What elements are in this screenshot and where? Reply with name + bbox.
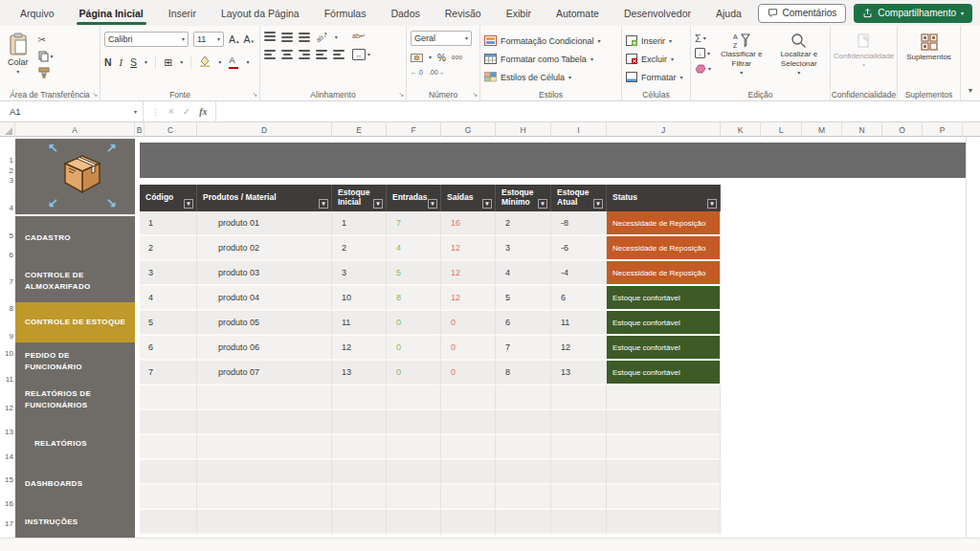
- column-header-o[interactable]: O: [882, 122, 923, 137]
- cell-produto-row5[interactable]: produto 05: [197, 311, 332, 336]
- cell-inicial-row7[interactable]: 13: [332, 361, 387, 386]
- cell-empty[interactable]: [441, 510, 496, 535]
- cell-empty[interactable]: [607, 485, 721, 510]
- wrap-text-button[interactable]: ab↵: [352, 33, 370, 40]
- delete-cells-button[interactable]: Excluir▾: [626, 51, 686, 67]
- row-header-11[interactable]: 11: [0, 375, 13, 385]
- cell-entradas-row6[interactable]: 0: [387, 336, 441, 361]
- column-header-p[interactable]: P: [923, 122, 963, 137]
- align-bottom-icon[interactable]: [299, 32, 310, 42]
- align-top-icon[interactable]: [264, 32, 276, 42]
- cell-status-row3[interactable]: Necessidade de Reposição: [607, 261, 721, 286]
- tab-exibir[interactable]: Exibir: [494, 0, 544, 26]
- sidebar-item-controle-de-estoque[interactable]: CONTROLE DE ESTOQUE: [15, 302, 135, 342]
- tab-arquivo[interactable]: Arquivo: [8, 0, 67, 26]
- cell-status-row5[interactable]: Estoque confortável: [607, 311, 721, 336]
- cell-empty[interactable]: [441, 435, 496, 460]
- sort-filter-button[interactable]: AZ Classificar e Filtrar▾: [719, 31, 765, 76]
- cell-atual-row3[interactable]: -4: [551, 261, 607, 286]
- fill-color-button[interactable]: [199, 54, 211, 71]
- addins-button[interactable]: Suplementos: [902, 31, 956, 61]
- select-all-corner[interactable]: [0, 122, 15, 137]
- cell-status-row2[interactable]: Necessidade de Reposição: [607, 236, 721, 261]
- cell-empty[interactable]: [441, 386, 496, 410]
- name-box[interactable]: A1 ▾: [0, 101, 144, 121]
- accounting-format-button[interactable]: [411, 49, 423, 66]
- cell-atual-row4[interactable]: 6: [551, 286, 607, 311]
- cell-minimo-row3[interactable]: 4: [496, 261, 551, 286]
- cell-empty[interactable]: [197, 485, 332, 510]
- column-header-g[interactable]: G: [441, 122, 496, 137]
- cell-empty[interactable]: [496, 410, 551, 435]
- tab-revisao[interactable]: Revisão: [433, 0, 494, 26]
- align-center-icon[interactable]: [281, 50, 293, 60]
- row-header-15[interactable]: 15: [0, 475, 13, 485]
- cell-produto-row7[interactable]: produto 07: [197, 361, 332, 386]
- cell-empty[interactable]: [140, 485, 197, 510]
- bold-button[interactable]: N: [104, 56, 112, 68]
- cell-empty[interactable]: [387, 386, 441, 410]
- cell-atual-row5[interactable]: 11: [551, 311, 607, 336]
- filter-button[interactable]: ▼: [373, 199, 383, 209]
- cell-empty[interactable]: [197, 460, 332, 485]
- cell-empty[interactable]: [496, 510, 551, 535]
- column-header-h[interactable]: H: [496, 122, 551, 137]
- font-color-button[interactable]: A: [229, 56, 238, 69]
- cell-empty[interactable]: [496, 386, 551, 410]
- column-header-b[interactable]: B: [135, 122, 145, 137]
- format-painter-button[interactable]: [38, 66, 54, 78]
- cell-entradas-row4[interactable]: 8: [387, 286, 441, 311]
- confirm-entry-button[interactable]: ✓: [183, 106, 190, 117]
- row-header-16[interactable]: 16: [0, 499, 13, 509]
- cell-atual-row2[interactable]: -6: [551, 236, 607, 261]
- row-header-14[interactable]: 14: [0, 452, 13, 462]
- row-header-7[interactable]: 7: [0, 277, 13, 287]
- cell-empty[interactable]: [387, 435, 441, 460]
- filter-button[interactable]: ▼: [319, 199, 328, 209]
- cell-empty[interactable]: [551, 485, 607, 510]
- cell-saidas-row5[interactable]: 0: [441, 311, 496, 336]
- collapse-ribbon-button[interactable]: ▾: [961, 26, 980, 100]
- column-header-i[interactable]: I: [551, 122, 607, 137]
- cell-status-row6[interactable]: Estoque confortável: [607, 336, 721, 361]
- cell-codigo-row5[interactable]: 5: [140, 311, 197, 336]
- filter-button[interactable]: ▼: [538, 199, 547, 209]
- filter-button[interactable]: ▼: [707, 199, 717, 209]
- cell-entradas-row5[interactable]: 0: [387, 311, 441, 336]
- row-header-17[interactable]: 17: [0, 519, 13, 529]
- cell-empty[interactable]: [607, 410, 721, 435]
- cell-status-row4[interactable]: Estoque confortável: [607, 286, 721, 311]
- cell-minimo-row5[interactable]: 6: [496, 311, 551, 336]
- tab-ajuda[interactable]: Ajuda: [703, 0, 754, 26]
- paste-button[interactable]: Colar ▾: [4, 31, 33, 78]
- column-header-a[interactable]: A: [15, 122, 135, 137]
- cell-codigo-row1[interactable]: 1: [140, 211, 197, 236]
- column-header-m[interactable]: M: [802, 122, 842, 137]
- row-header-12[interactable]: 12: [0, 404, 13, 413]
- sidebar-item-dashboards[interactable]: DASHBOARDS: [15, 475, 135, 493]
- column-header-j[interactable]: J: [607, 122, 721, 137]
- cell-empty[interactable]: [332, 410, 387, 435]
- row-header-6[interactable]: 6: [0, 251, 13, 260]
- cell-empty[interactable]: [441, 410, 496, 435]
- row-header-5[interactable]: 5: [0, 231, 13, 241]
- cell-empty[interactable]: [387, 485, 441, 510]
- cell-produto-row3[interactable]: produto 03: [197, 261, 332, 286]
- cell-produto-row2[interactable]: produto 02: [197, 236, 332, 261]
- row-header-10[interactable]: 10: [0, 349, 13, 359]
- cell-empty[interactable]: [551, 386, 607, 410]
- percent-button[interactable]: %: [437, 53, 446, 63]
- column-header-c[interactable]: C: [145, 122, 197, 137]
- cell-codigo-row3[interactable]: 3: [140, 261, 197, 286]
- cell-inicial-row1[interactable]: 1: [332, 211, 387, 236]
- cell-empty[interactable]: [387, 510, 441, 535]
- autosum-button[interactable]: Σ▾: [695, 32, 711, 44]
- cell-atual-row1[interactable]: -8: [551, 211, 607, 236]
- sidebar-item-relatorios[interactable]: RELATÓRIOS: [15, 435, 135, 452]
- font-family-select[interactable]: Calibri▾: [104, 32, 189, 47]
- cell-saidas-row2[interactable]: 12: [441, 236, 496, 261]
- merge-center-icon[interactable]: ↔: [352, 49, 366, 60]
- orientation-button[interactable]: ab↗: [315, 30, 330, 43]
- cell-minimo-row4[interactable]: 5: [496, 286, 551, 311]
- align-middle-icon[interactable]: [281, 32, 293, 42]
